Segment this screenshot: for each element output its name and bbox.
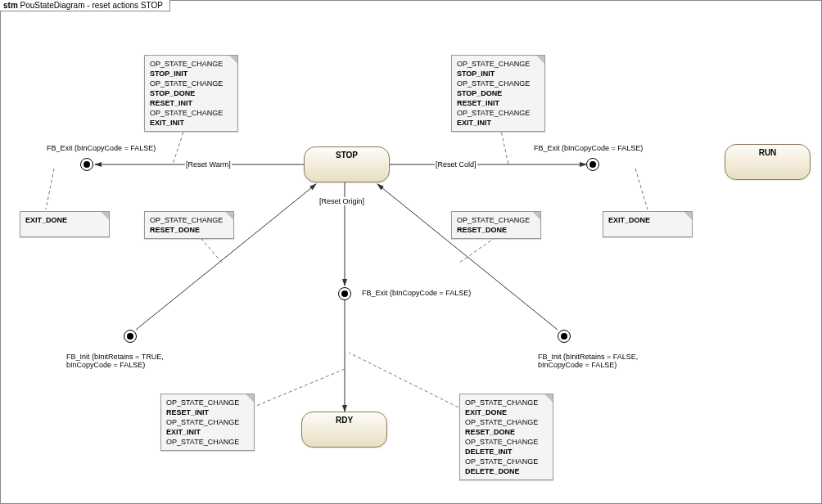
note-reset-done-right: OP_STATE_CHANGERESET_DONE: [451, 211, 541, 239]
state-run: RUN: [725, 144, 811, 180]
final-right-bottom: [558, 330, 571, 343]
note-reset-done-left: OP_STATE_CHANGERESET_DONE: [144, 211, 234, 239]
title-main: PouStateDiagram - reset actions STOP: [20, 1, 163, 10]
svg-line-4: [377, 184, 558, 330]
state-stop: STOP: [304, 146, 390, 182]
label-fb-exit-mid: FB_Exit (bInCopyCode = FALSE): [361, 289, 472, 297]
note-top-left: OP_STATE_CHANGESTOP_INITOP_STATE_CHANGES…: [144, 55, 238, 132]
final-left-bottom: [124, 330, 137, 343]
note-bottom-right: OP_STATE_CHANGEEXIT_DONEOP_STATE_CHANGER…: [459, 394, 553, 480]
state-rdy: RDY: [301, 412, 387, 448]
label-fb-exit-left: FB_Exit (bInCopyCode = FALSE): [46, 144, 156, 152]
svg-line-6: [46, 169, 54, 209]
label-fb-init-right: FB_Init (bInitRetains = FALSE, bInCopyCo…: [537, 353, 639, 369]
guard-reset-origin: [Reset Origin]: [318, 197, 365, 205]
note-top-right: OP_STATE_CHANGESTOP_INITOP_STATE_CHANGES…: [451, 55, 545, 132]
state-rdy-label: RDY: [336, 416, 353, 425]
state-stop-label: STOP: [336, 151, 358, 160]
label-fb-init-left: FB_Init (bInitRetains = TRUE, bInCopyCod…: [65, 353, 165, 369]
note-exit-done-right: EXIT_DONE: [603, 211, 693, 237]
svg-line-7: [173, 127, 185, 164]
svg-line-13: [349, 353, 463, 410]
svg-line-9: [500, 127, 508, 164]
edges-svg: [1, 1, 822, 504]
final-left-top: [80, 158, 93, 171]
svg-line-3: [136, 184, 316, 330]
note-exit-done-left: EXIT_DONE: [20, 211, 110, 237]
guard-reset-cold: [Reset Cold]: [435, 160, 477, 169]
state-run-label: RUN: [759, 148, 777, 157]
note-bottom-left: OP_STATE_CHANGERESET_INITOP_STATE_CHANGE…: [160, 394, 255, 451]
final-mid: [338, 287, 351, 300]
frame-title: stm PouStateDiagram - reset actions STOP: [0, 0, 170, 11]
final-right-top: [586, 158, 599, 171]
guard-reset-warm: [Reset Warm]: [185, 160, 232, 169]
svg-line-12: [246, 369, 345, 410]
title-prefix: stm: [3, 1, 18, 10]
diagram-frame: stm PouStateDiagram - reset actions STOP: [0, 0, 822, 504]
svg-line-11: [635, 169, 648, 209]
label-fb-exit-right: FB_Exit (bInCopyCode = FALSE): [533, 144, 644, 152]
